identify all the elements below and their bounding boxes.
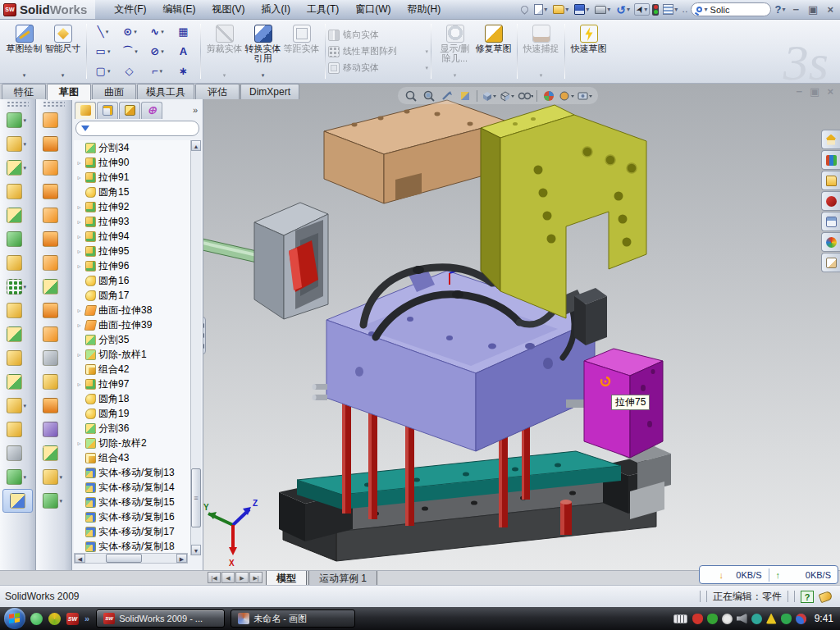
toolbar-button[interactable] (0, 346, 35, 370)
print-button[interactable]: ▾ (593, 5, 612, 15)
expand-icon[interactable]: ▹ (75, 351, 83, 358)
toolbar-button[interactable] (0, 180, 35, 203)
task-pane-tab[interactable] (821, 191, 840, 211)
task-pane-tab[interactable] (821, 253, 840, 272)
expand-icon[interactable]: ▹ (75, 203, 83, 211)
tree-item[interactable]: ▹ 拉伸93 (74, 214, 201, 229)
tray-icon[interactable] (737, 614, 747, 624)
toolbar-grip[interactable] (43, 101, 65, 107)
options-button[interactable]: ▾ (661, 3, 679, 16)
hide-show-items-icon[interactable] (517, 89, 533, 103)
toolbar-button-pressed[interactable] (2, 489, 33, 513)
tree-item[interactable]: 圆角16 (74, 273, 201, 288)
toolbar-button[interactable] (36, 251, 71, 275)
sketch-entity-button[interactable]: ▢▾ (89, 62, 116, 81)
tag-icon[interactable] (819, 590, 833, 602)
menu-item[interactable]: 帮助(H) (400, 0, 449, 19)
close-button[interactable]: × (824, 3, 837, 16)
sketch-entity-button[interactable]: A (171, 42, 198, 62)
cavity-block[interactable] (254, 203, 328, 319)
model-canvas[interactable]: Y Z X (203, 99, 840, 570)
menu-item[interactable]: 窗口(W) (348, 0, 398, 19)
tree-item[interactable]: ▹ 拉伸94 (74, 229, 201, 244)
toolbar-button[interactable]: ▾ (0, 275, 35, 299)
task-pane-tab[interactable] (821, 171, 840, 190)
tree-item[interactable]: 实体-移动/复制15 (74, 495, 201, 509)
quick-launch-icon[interactable] (48, 613, 61, 625)
sketch-entity-button[interactable]: ∗ (171, 62, 198, 81)
search-input[interactable] (710, 5, 753, 15)
toolbar-button[interactable] (36, 132, 71, 156)
offset-entities-button[interactable]: 等距实体 (282, 22, 321, 80)
menu-item[interactable]: 文件(F) (107, 0, 153, 19)
tray-icon[interactable] (722, 614, 733, 624)
scroll-down-icon[interactable]: ▼ (191, 545, 201, 555)
panel-more-icon[interactable]: » (193, 105, 200, 115)
toolbar-button[interactable] (36, 370, 71, 394)
tab-scroll-icon[interactable]: ◀ (221, 572, 235, 583)
taskbar-button-paint[interactable]: 未命名 - 画图 (231, 609, 355, 628)
tray-icon[interactable] (796, 614, 806, 624)
tree-item[interactable]: 组合42 (74, 362, 201, 377)
toolbar-button[interactable] (0, 251, 35, 275)
save-button[interactable]: ▾ (573, 3, 591, 16)
mirror-entities-button[interactable]: 镜向实体 (328, 28, 428, 42)
display-delete-relations-button[interactable]: 显示/删除几...▾ (436, 22, 474, 80)
tray-icon[interactable] (707, 614, 718, 624)
convert-entities-button[interactable]: 转换实体引用▾ (244, 22, 282, 80)
tree-item[interactable]: ▹ 曲面-拉伸38 (74, 303, 201, 317)
edit-appearance-icon[interactable] (541, 89, 557, 103)
sketch-entity-button[interactable]: ⊙▾ (116, 22, 144, 42)
tree-item[interactable]: 组合43 (74, 450, 201, 465)
toolbar-button[interactable] (0, 227, 35, 251)
expand-icon[interactable]: ▹ (75, 440, 83, 447)
zoom-area-icon[interactable] (421, 89, 437, 103)
tree-item[interactable]: ▹ 拉伸90 (74, 155, 201, 170)
tab-feature-manager[interactable] (75, 102, 96, 119)
tree-item[interactable]: ▹ 切除-放样1 (74, 347, 201, 362)
command-tab[interactable]: 评估 (195, 84, 240, 99)
toolbar-button[interactable] (36, 322, 71, 346)
expand-icon[interactable]: ▹ (75, 322, 83, 329)
task-pane-tab[interactable] (821, 232, 840, 252)
tree-item[interactable]: ▹ 拉伸92 (74, 199, 201, 214)
restore-button[interactable]: ▣ (805, 3, 821, 16)
toolbar-button[interactable] (0, 203, 35, 227)
toolbar-button[interactable]: ▾ (0, 156, 35, 180)
tree-vertical-scrollbar[interactable]: ▲ ▼ (190, 140, 201, 555)
linear-pattern-button[interactable]: 线性草图阵列▾ (328, 44, 428, 58)
scroll-up-icon[interactable]: ▲ (191, 140, 201, 151)
expand-icon[interactable]: ▹ (75, 248, 83, 255)
move-entities-button[interactable]: 移动实体▾ (328, 61, 428, 75)
tree-item[interactable]: ▹ 拉伸95 (74, 244, 201, 258)
undo-button[interactable]: ↺▾ (614, 4, 632, 16)
toolbar-button[interactable] (0, 418, 35, 441)
menu-item[interactable]: 插入(I) (254, 0, 298, 19)
select-button[interactable]: ➤▾ (634, 3, 650, 16)
expand-icon[interactable]: ▹ (75, 218, 83, 226)
toolbar-button[interactable] (36, 108, 71, 132)
apply-scene-icon[interactable] (559, 89, 575, 103)
menu-item[interactable]: 工具(T) (299, 0, 346, 19)
fitting-block[interactable] (574, 288, 607, 345)
tray-icon[interactable] (692, 614, 703, 624)
tab-scroll-icon[interactable]: ▶ (235, 572, 249, 583)
toolbar-button[interactable] (36, 418, 71, 441)
smart-dimension-button[interactable]: 智能尺寸▾ (43, 22, 82, 80)
toolbar-button[interactable] (0, 299, 35, 322)
graphics-viewport[interactable]: Y Z X − ▣ × 拉伸75 (203, 84, 840, 570)
tree-item[interactable]: 圆角17 (74, 288, 201, 303)
toolbar-button[interactable] (0, 370, 35, 394)
toolbar-button[interactable]: ▾ (0, 132, 35, 156)
task-pane-tab[interactable] (821, 150, 840, 170)
command-tab[interactable]: 草图 (47, 84, 91, 100)
expand-icon[interactable]: ▹ (75, 307, 83, 314)
menu-item[interactable]: 视图(V) (205, 0, 253, 19)
scrollbar-thumb[interactable] (191, 468, 201, 527)
expand-icon[interactable]: ▹ (75, 159, 83, 167)
toolbar-overflow-icon[interactable]: ‥ (682, 4, 687, 15)
tree-item[interactable]: 分割35 (74, 332, 201, 347)
tree-item[interactable]: 实体-移动/复制18 (74, 539, 201, 554)
toolbar-button[interactable]: ▾ (36, 489, 71, 513)
zoom-fit-icon[interactable] (403, 89, 419, 103)
